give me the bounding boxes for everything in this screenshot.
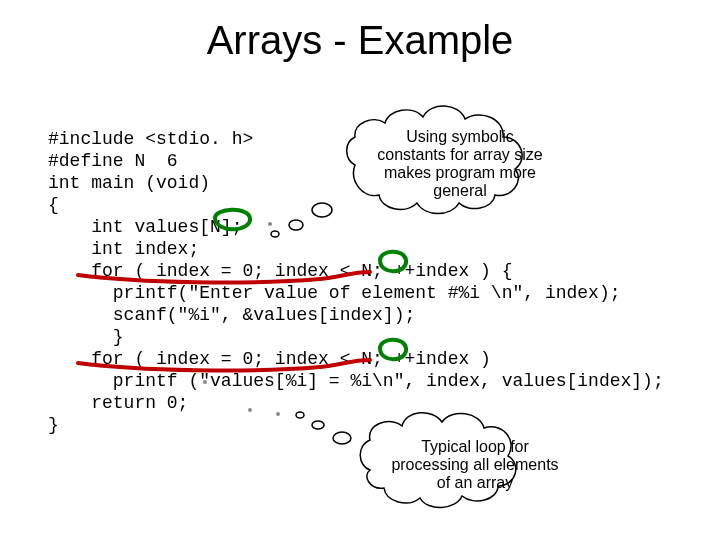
callout-symbolic-constant: Using symbolic constants for array size … bbox=[370, 128, 550, 200]
code-block: #include <stdio. h> #define N 6 int main… bbox=[48, 128, 664, 436]
callout-typical-loop: Typical loop for processing all elements… bbox=[390, 438, 560, 492]
slide: Arrays - Example #include <stdio. h> #de… bbox=[0, 0, 720, 540]
slide-title: Arrays - Example bbox=[0, 18, 720, 63]
